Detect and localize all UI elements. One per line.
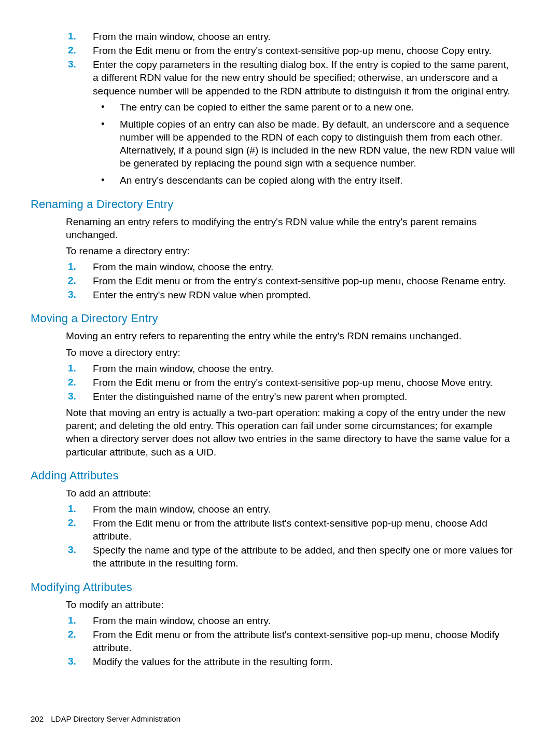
modifying-block: To modify an attribute: 1. From the main… xyxy=(66,598,516,669)
page-footer: 202 LDAP Directory Server Administration xyxy=(31,714,180,723)
step-number: 2. xyxy=(68,628,76,641)
renaming-intro: Renaming an entry refers to modifying th… xyxy=(66,215,516,241)
adding-block: To add an attribute: 1. From the main wi… xyxy=(66,487,516,570)
step-number: 2. xyxy=(68,376,76,389)
step-text: Modify the values for the attribute in t… xyxy=(93,656,333,667)
list-item: 2. From the Edit menu or from the attrib… xyxy=(66,628,516,654)
renaming-lead: To rename a directory entry: xyxy=(66,244,516,257)
step-number: 1. xyxy=(68,362,76,375)
copy-entry-steps: 1. From the main window, choose an entry… xyxy=(66,30,516,187)
renaming-block: Renaming an entry refers to modifying th… xyxy=(66,215,516,302)
footer-title: LDAP Directory Server Administration xyxy=(51,714,180,723)
bullet-text: An entry's descendants can be copied alo… xyxy=(120,175,403,186)
modifying-lead: To modify an attribute: xyxy=(66,598,516,611)
step-number: 1. xyxy=(68,260,76,273)
list-item: Multiple copies of an entry can also be … xyxy=(93,118,516,170)
step-number: 2. xyxy=(68,517,76,530)
step-text: From the Edit menu or from the entry's c… xyxy=(93,275,506,286)
step-number: 1. xyxy=(68,30,76,43)
bullet-text: The entry can be copied to either the sa… xyxy=(120,102,414,113)
step-number: 2. xyxy=(68,44,76,57)
list-item: 2. From the Edit menu or from the entry'… xyxy=(66,44,516,57)
moving-steps: 1. From the main window, choose the entr… xyxy=(66,362,516,403)
step-number: 3. xyxy=(68,544,76,557)
step-text: Specify the name and type of the attribu… xyxy=(93,545,513,569)
step-number: 3. xyxy=(68,58,76,71)
step-number: 2. xyxy=(68,274,76,287)
list-item: 1. From the main window, choose an entry… xyxy=(66,30,516,43)
copy-entry-sub-bullets: The entry can be copied to either the sa… xyxy=(93,101,516,187)
step-number: 1. xyxy=(68,614,76,627)
step-number: 1. xyxy=(68,503,76,516)
step-text: Enter the entry's new RDN value when pro… xyxy=(93,289,311,300)
document-page: 1. From the main window, choose an entry… xyxy=(0,0,560,746)
list-item: 3. Enter the entry's new RDN value when … xyxy=(66,288,516,301)
heading-modifying: Modifying Attributes xyxy=(31,581,531,594)
step-text: From the main window, choose an entry. xyxy=(93,31,271,42)
list-item: The entry can be copied to either the sa… xyxy=(93,101,516,114)
list-item: 3. Enter the copy parameters in the resu… xyxy=(66,58,516,187)
list-item: An entry's descendants can be copied alo… xyxy=(93,174,516,187)
list-item: 1. From the main window, choose the entr… xyxy=(66,260,516,273)
list-item: 3. Modify the values for the attribute i… xyxy=(66,655,516,668)
bullet-text: Multiple copies of an entry can also be … xyxy=(120,119,515,169)
list-item: 1. From the main window, choose an entry… xyxy=(66,614,516,627)
page-number: 202 xyxy=(31,714,44,723)
step-text: From the main window, choose an entry. xyxy=(93,504,271,515)
step-text: From the Edit menu or from the attribute… xyxy=(93,518,487,542)
list-item: 1. From the main window, choose the entr… xyxy=(66,362,516,375)
step-text: From the Edit menu or from the entry's c… xyxy=(93,377,493,388)
moving-block: Moving an entry refers to reparenting th… xyxy=(66,329,516,458)
adding-lead: To add an attribute: xyxy=(66,487,516,500)
adding-steps: 1. From the main window, choose an entry… xyxy=(66,503,516,570)
list-item: 1. From the main window, choose an entry… xyxy=(66,503,516,516)
step-number: 3. xyxy=(68,655,76,668)
moving-lead: To move a directory entry: xyxy=(66,346,516,359)
renaming-steps: 1. From the main window, choose the entr… xyxy=(66,260,516,301)
list-item: 2. From the Edit menu or from the entry'… xyxy=(66,376,516,389)
step-text: From the main window, choose the entry. xyxy=(93,363,273,374)
modifying-steps: 1. From the main window, choose an entry… xyxy=(66,614,516,669)
heading-renaming: Renaming a Directory Entry xyxy=(31,198,531,211)
moving-intro: Moving an entry refers to reparenting th… xyxy=(66,329,516,342)
list-item: 3. Enter the distinguished name of the e… xyxy=(66,390,516,403)
step-text: From the Edit menu or from the entry's c… xyxy=(93,45,492,56)
list-item: 2. From the Edit menu or from the entry'… xyxy=(66,274,516,287)
moving-note: Note that moving an entry is actually a … xyxy=(66,406,516,459)
step-text: Enter the distinguished name of the entr… xyxy=(93,391,407,402)
list-item: 2. From the Edit menu or from the attrib… xyxy=(66,517,516,543)
step-text: From the Edit menu or from the attribute… xyxy=(93,629,499,653)
step-text: From the main window, choose an entry. xyxy=(93,615,271,626)
heading-adding: Adding Attributes xyxy=(31,469,531,482)
step-text: From the main window, choose the entry. xyxy=(93,261,273,272)
step-number: 3. xyxy=(68,288,76,301)
copy-entry-block: 1. From the main window, choose an entry… xyxy=(66,30,516,187)
heading-moving: Moving a Directory Entry xyxy=(31,312,531,325)
list-item: 3. Specify the name and type of the attr… xyxy=(66,544,516,570)
step-number: 3. xyxy=(68,390,76,403)
step-text: Enter the copy parameters in the resulti… xyxy=(93,59,510,96)
